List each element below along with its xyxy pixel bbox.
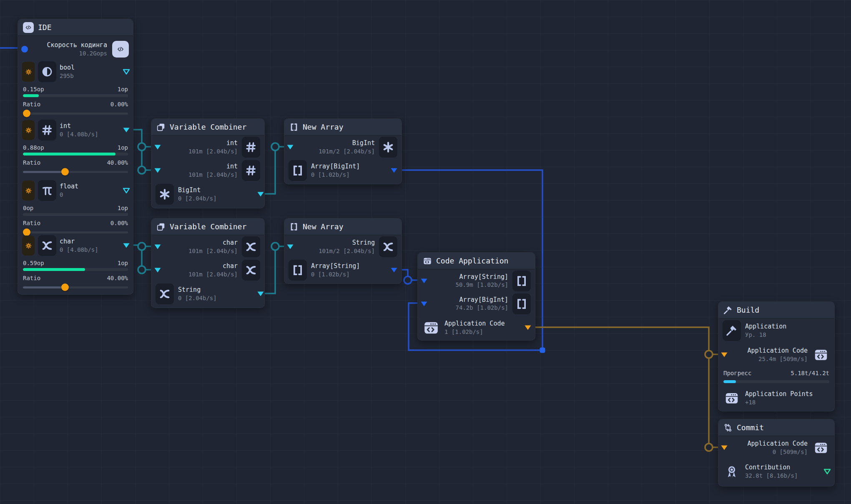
input-row: int101m [2.04b/s] — [151, 159, 264, 182]
ratio-label: Ratio — [23, 275, 40, 281]
output-port-triangle-outline[interactable] — [823, 468, 831, 475]
output-port-triangle[interactable] — [256, 191, 265, 198]
reward-value: +18 — [745, 399, 813, 406]
slider-handle[interactable] — [61, 168, 69, 176]
gear-button[interactable] — [22, 181, 35, 201]
port-type: String — [319, 239, 375, 247]
wire-string-to-newarray2[interactable] — [263, 246, 286, 293]
port-type: Array[BigInt] — [311, 163, 360, 171]
op-current: 0op — [23, 205, 33, 211]
node-new-array-2[interactable]: New Array String101m/2 [2.04b/s] Array[S… — [284, 218, 402, 284]
port-type: Application Code — [748, 347, 808, 355]
node-header[interactable]: Build — [718, 302, 834, 318]
wire-waypoint-joint[interactable] — [540, 348, 545, 353]
wire-connector-ring[interactable] — [138, 166, 146, 174]
var-name: char — [60, 238, 98, 246]
port-value: 0 [2.04b/s] — [178, 294, 217, 302]
var-section-bool: bool 295b 0.15op1op Ratio0.00% — [18, 61, 133, 117]
stat-row-coding-speed: Скорость кодинга 10.2Gops — [18, 36, 133, 63]
half-circle-icon — [38, 61, 56, 82]
ratio-slider[interactable] — [23, 283, 128, 291]
hammer-icon — [723, 306, 733, 315]
port-type: BigInt — [178, 186, 217, 195]
slider-handle[interactable] — [23, 110, 30, 117]
node-header[interactable]: New Array — [284, 218, 402, 235]
wire-connector-ring[interactable] — [138, 266, 146, 273]
node-header[interactable]: Variable Combiner — [151, 119, 264, 135]
output-port-triangle[interactable] — [122, 242, 131, 249]
input-port-triangle[interactable] — [420, 278, 428, 284]
port-value: 25.4m [509m/s] — [748, 355, 808, 363]
port-type: char — [188, 262, 238, 271]
output-port-triangle[interactable] — [122, 127, 131, 133]
node-build[interactable]: Build ApplicationУр. 18 Application Code… — [718, 301, 835, 411]
combiner-icon — [156, 123, 166, 132]
wire-connector-ring[interactable] — [705, 351, 713, 358]
port-type: Application Code — [444, 320, 505, 328]
node-graph-canvas[interactable]: IDE Скорость кодинга 10.2Gops — [0, 0, 851, 504]
output-row: Array[String]0 [1.02b/s] — [284, 258, 402, 282]
output-port-triangle[interactable] — [390, 267, 398, 273]
wire-connector-ring[interactable] — [404, 276, 412, 284]
recipe-name: Application — [745, 323, 786, 331]
ratio-slider[interactable] — [23, 110, 128, 117]
asterisk-icon — [379, 137, 397, 158]
wire-connector-ring[interactable] — [271, 243, 279, 250]
input-port-triangle[interactable] — [720, 444, 728, 451]
input-port-triangle[interactable] — [286, 243, 294, 250]
op-progress-bar — [23, 268, 128, 271]
node-header[interactable]: IDE — [18, 19, 133, 36]
port-value: 0 [2.04b/s] — [178, 195, 217, 202]
wire-connector-ring[interactable] — [138, 243, 146, 250]
node-variable-combiner-1[interactable]: Variable Combiner int101m [2.04b/s] int1… — [151, 118, 265, 208]
var-section-int: int 0 [4.08b/s] 0.88op1op Ratio40.00% — [18, 119, 133, 176]
node-commit[interactable]: Commit Application Code0 [509m/s] Contri… — [718, 419, 835, 486]
node-header[interactable]: New Array — [284, 119, 402, 135]
output-row: BigInt0 [2.04b/s] — [151, 182, 264, 206]
node-ide[interactable]: IDE Скорость кодинга 10.2Gops — [18, 19, 133, 295]
code-button[interactable] — [112, 41, 129, 58]
output-port-triangle[interactable] — [390, 167, 398, 174]
port-value: 101m [2.04b/s] — [188, 148, 238, 155]
input-port-triangle[interactable] — [153, 243, 162, 250]
port-value: 101m/2 [2.04b/s] — [319, 247, 375, 255]
port-value: 101m [2.04b/s] — [188, 271, 238, 278]
input-port-dot[interactable] — [21, 46, 28, 53]
slider-handle[interactable] — [61, 283, 69, 291]
ratio-value: 0.00% — [110, 220, 128, 226]
brackets-icon — [512, 271, 531, 291]
wire-bigint-to-newarray1[interactable] — [263, 147, 286, 194]
node-variable-combiner-2[interactable]: Variable Combiner char101m [2.04b/s] cha… — [151, 218, 265, 308]
gear-button[interactable] — [22, 236, 35, 256]
output-port-triangle-outline[interactable] — [122, 68, 131, 75]
input-port-triangle[interactable] — [720, 351, 728, 358]
wire-appcode-main[interactable] — [530, 327, 709, 447]
input-port-triangle[interactable] — [153, 167, 162, 174]
output-port-triangle[interactable] — [256, 291, 265, 297]
input-port-triangle[interactable] — [153, 144, 162, 150]
ratio-slider[interactable] — [23, 168, 128, 176]
app-window-icon — [812, 344, 830, 365]
node-new-array-1[interactable]: New Array BigInt101m/2 [2.04b/s] Array[B… — [284, 118, 402, 184]
port-value: 0 [509m/s] — [748, 448, 808, 456]
recipe-row: ApplicationУр. 18 — [718, 318, 834, 343]
var-name: float — [60, 183, 78, 191]
wire-connector-ring[interactable] — [705, 444, 713, 451]
gear-button[interactable] — [22, 62, 35, 82]
wire-connector-ring[interactable] — [271, 143, 279, 150]
node-code-application[interactable]: Code Application Array[String]50.9m [1.0… — [417, 252, 535, 341]
node-header[interactable]: Commit — [718, 419, 834, 436]
brackets-icon — [512, 293, 531, 314]
input-port-triangle[interactable] — [153, 267, 162, 273]
node-header[interactable]: Variable Combiner — [151, 218, 264, 235]
gear-button[interactable] — [22, 120, 35, 140]
brackets-icon — [289, 123, 299, 132]
ratio-label: Ratio — [23, 159, 40, 166]
node-header[interactable]: Code Application — [418, 253, 535, 269]
input-port-triangle[interactable] — [286, 144, 294, 150]
output-port-triangle[interactable] — [524, 324, 532, 331]
port-value: 101m/2 [2.04b/s] — [319, 148, 375, 155]
input-port-triangle[interactable] — [420, 301, 428, 307]
wire-connector-ring[interactable] — [138, 143, 146, 150]
output-port-triangle-outline[interactable] — [122, 187, 131, 194]
